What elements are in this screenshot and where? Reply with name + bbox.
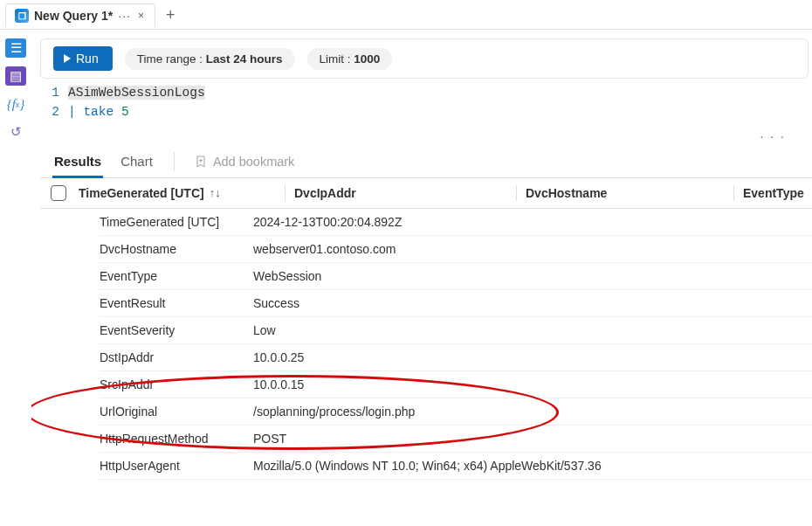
grid-header: TimeGenerated [UTC] ↑↓ DvcIpAddr DvcHost… xyxy=(40,178,812,209)
tab-open[interactable]: ❐ New Query 1* ··· × xyxy=(5,3,155,27)
play-icon xyxy=(64,54,71,63)
col-eventtype[interactable]: EventType xyxy=(743,186,812,200)
limit-label: Limit : xyxy=(320,52,351,66)
new-tab-button[interactable]: + xyxy=(157,3,184,26)
time-range-label: Time range : xyxy=(137,52,203,66)
app-icon: ❐ xyxy=(15,9,29,23)
col-timegenerated[interactable]: TimeGenerated [UTC] xyxy=(79,186,204,200)
detail-row[interactable]: DvcHostnamewebserver01.contoso.com xyxy=(100,236,812,263)
detail-row[interactable]: DstIpAddr10.0.0.25 xyxy=(100,344,812,371)
pipe: | xyxy=(68,105,76,119)
time-range-pill[interactable]: Time range : Last 24 hours xyxy=(125,48,295,70)
query-editor[interactable]: 1 ASimWebSessionLogs 2 | take 5 xyxy=(40,79,812,124)
run-label: Run xyxy=(76,52,99,66)
time-range-value: Last 24 hours xyxy=(206,52,283,66)
tab-chart[interactable]: Chart xyxy=(119,147,155,177)
code-table: ASimWebSessionLogs xyxy=(68,86,205,100)
detail-row[interactable]: EventTypeWebSession xyxy=(100,263,812,290)
tab-results[interactable]: Results xyxy=(52,147,103,177)
close-icon[interactable]: × xyxy=(136,10,146,22)
bookmark-icon xyxy=(194,155,208,169)
main-panel: Run Time range : Last 24 hours Limit : 1… xyxy=(31,30,812,526)
database-icon[interactable]: ▤ xyxy=(5,66,26,86)
operator: take xyxy=(83,105,114,119)
tables-icon[interactable]: ☰ xyxy=(5,38,26,58)
tab-bar: ❐ New Query 1* ··· × + xyxy=(0,0,812,30)
col-dvcipaddr[interactable]: DvcIpAddr xyxy=(294,186,507,200)
col-dvchostname[interactable]: DvcHostname xyxy=(526,186,725,200)
detail-row[interactable]: TimeGenerated [UTC]2024-12-13T00:20:04.8… xyxy=(100,209,812,236)
more-menu-icon[interactable]: · · · xyxy=(40,124,812,143)
limit-pill[interactable]: Limit : 1000 xyxy=(307,48,393,70)
detail-row[interactable]: HttpUserAgentMozilla/5.0 (Windows NT 10.… xyxy=(100,453,812,480)
left-sidebar: ☰ ▤ {fx} ↺ xyxy=(0,30,31,526)
sort-icon[interactable]: ↑↓ xyxy=(210,186,221,199)
history-icon[interactable]: ↺ xyxy=(5,122,26,142)
bookmark-label: Add bookmark xyxy=(213,155,295,169)
col-divider[interactable] xyxy=(516,185,517,201)
functions-icon[interactable]: {fx} xyxy=(5,94,26,114)
result-tabs: Results Chart Add bookmark xyxy=(40,143,812,178)
bookmark-button[interactable]: Add bookmark xyxy=(194,155,295,169)
detail-rows: TimeGenerated [UTC]2024-12-13T00:20:04.8… xyxy=(40,209,812,480)
detail-row[interactable]: HttpRequestMethodPOST xyxy=(100,426,812,453)
detail-row[interactable]: SrcIpAddr10.0.0.15 xyxy=(100,371,812,398)
limit-value: 1000 xyxy=(354,52,380,66)
select-all-checkbox[interactable] xyxy=(51,185,66,201)
detail-row[interactable]: EventSeverityLow xyxy=(100,317,812,344)
number: 5 xyxy=(121,105,129,119)
tab-dots-icon[interactable]: ··· xyxy=(118,9,131,23)
detail-row[interactable]: EventResultSuccess xyxy=(100,290,812,317)
gutter-2: 2 xyxy=(40,103,68,122)
gutter-1: 1 xyxy=(40,84,68,103)
col-divider[interactable] xyxy=(733,185,734,201)
detail-row[interactable]: UrlOriginal/soplanning/process/login.php xyxy=(100,398,812,426)
divider xyxy=(174,152,175,171)
query-toolbar: Run Time range : Last 24 hours Limit : 1… xyxy=(40,38,809,79)
run-button[interactable]: Run xyxy=(53,46,113,71)
col-divider[interactable] xyxy=(285,185,286,201)
tab-title: New Query 1* xyxy=(34,9,113,23)
